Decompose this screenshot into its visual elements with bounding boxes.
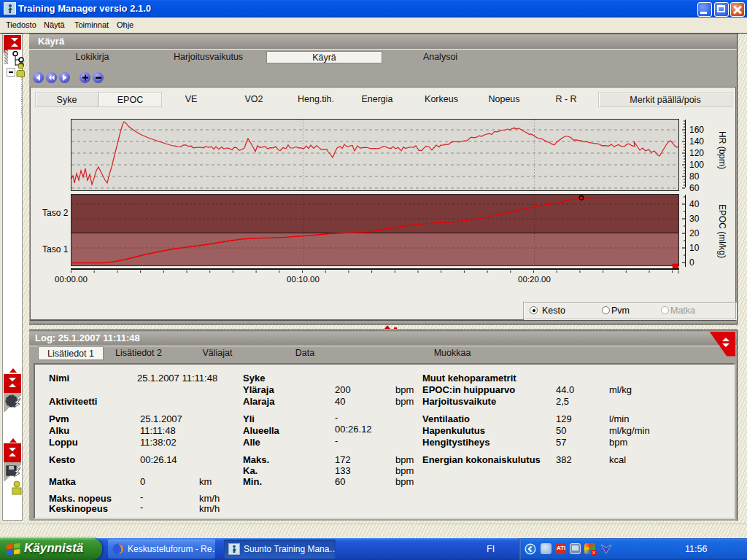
svg-text:10: 10: [689, 243, 700, 253]
svg-text:140: 140: [689, 136, 704, 147]
svg-text:00:20.00: 00:20.00: [518, 275, 551, 284]
svg-text:120: 120: [689, 148, 704, 158]
svg-text:00:10.00: 00:10.00: [287, 275, 320, 284]
svg-text:30: 30: [689, 214, 700, 224]
svg-text:20: 20: [689, 228, 700, 238]
svg-text:80: 80: [689, 171, 700, 182]
svg-text:HR (bpm): HR (bpm): [717, 131, 727, 169]
svg-text:100: 100: [689, 160, 704, 170]
svg-text:Taso 1: Taso 1: [42, 244, 69, 254]
svg-text:00:00.00: 00:00.00: [55, 275, 88, 284]
svg-text:60: 60: [689, 183, 700, 193]
svg-text:160: 160: [689, 125, 704, 135]
svg-text:Taso 2: Taso 2: [42, 208, 69, 218]
svg-text:EPOC (ml/kg): EPOC (ml/kg): [717, 204, 727, 258]
svg-text:40: 40: [689, 199, 700, 209]
svg-text:0: 0: [689, 257, 694, 268]
